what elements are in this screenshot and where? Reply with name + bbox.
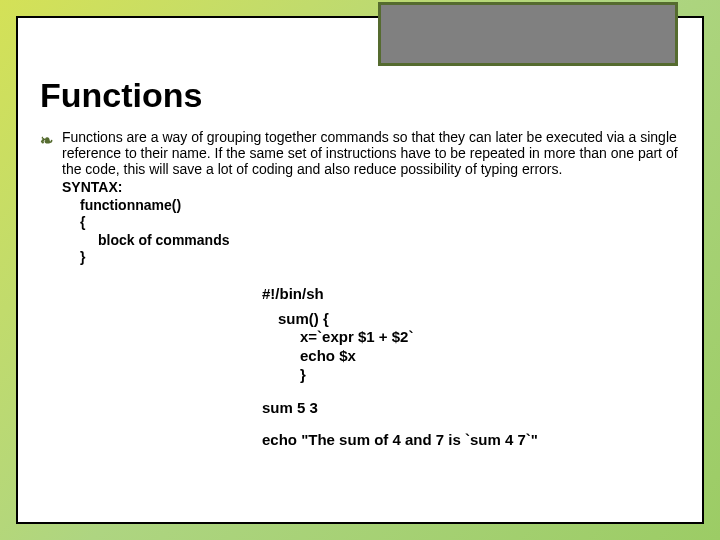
code-line-4: } xyxy=(262,366,680,385)
syntax-line-2: { xyxy=(62,214,680,232)
code-echo: echo "The sum of 4 and 7 is `sum 4 7`" xyxy=(262,431,680,450)
code-call: sum 5 3 xyxy=(262,399,680,418)
description-paragraph: Functions are a way of grouping together… xyxy=(62,129,680,177)
code-example: #!/bin/sh sum() { x=`expr $1 + $2` echo … xyxy=(262,285,680,450)
slide-content: ❧ Functions are a way of grouping togeth… xyxy=(18,115,702,450)
syntax-label: SYNTAX: xyxy=(62,179,680,197)
code-line-2: x=`expr $1 + $2` xyxy=(262,328,680,347)
syntax-block: SYNTAX: functionname() { block of comman… xyxy=(62,179,680,267)
bullet-icon: ❧ xyxy=(40,131,53,150)
slide-frame: Functions ❧ Functions are a way of group… xyxy=(16,16,704,524)
title-accent-box xyxy=(378,2,678,66)
syntax-line-4: } xyxy=(62,249,680,267)
code-line-3: echo $x xyxy=(262,347,680,366)
code-line-1: sum() { xyxy=(262,310,680,329)
syntax-line-3: block of commands xyxy=(62,232,680,250)
code-shebang: #!/bin/sh xyxy=(262,285,680,304)
syntax-line-1: functionname() xyxy=(62,197,680,215)
